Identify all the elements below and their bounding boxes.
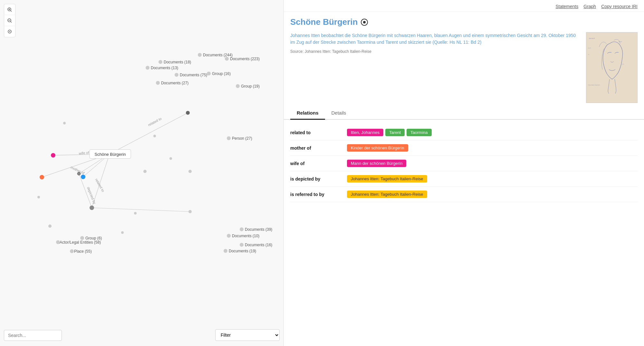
graph-controls <box>4 4 15 37</box>
svg-text:barach: barach <box>589 37 595 39</box>
node-label-docs10: Documents (10) <box>232 234 259 238</box>
graph-svg[interactable]: related to wife of mother of related to … <box>0 0 284 330</box>
fit-button[interactable] <box>4 26 15 37</box>
tag-itten-johannes[interactable]: Itten, Johannes <box>347 129 383 136</box>
node-extra4[interactable] <box>134 212 137 215</box>
svg-text:related to: related to <box>94 178 105 193</box>
node-label-docs13: Documents (13) <box>151 66 178 70</box>
relation-tags-wife-of: Mann der schönen Bürgerin <box>347 160 638 167</box>
entity-sketch-svg: barach flans lach. in. pla Centrale-Getr… <box>586 33 638 103</box>
relation-row-mother-of: mother of Kinder der schönen Bürgerin <box>290 140 638 156</box>
tag-taormina[interactable]: Taormina <box>407 129 431 136</box>
top-nav: Statements Graph Copy resource IRI <box>284 0 644 12</box>
node-group16[interactable] <box>207 72 211 76</box>
entity-image: barach flans lach. in. pla Centrale-Getr… <box>586 32 638 103</box>
node-docs16[interactable] <box>240 243 244 247</box>
node-gray1[interactable] <box>77 172 81 175</box>
node-label-docs27: Documents (27) <box>161 81 188 85</box>
node-label-docs223: Documents (223) <box>230 57 260 61</box>
tag-tarent[interactable]: Tarent <box>385 129 405 136</box>
node-connector[interactable] <box>186 111 190 115</box>
node-label-person27: Person (27) <box>232 136 252 141</box>
copy-iri-link[interactable]: Copy resource IRI <box>601 4 638 9</box>
node-label-docs75: Documents (75) <box>180 73 207 77</box>
target-icon <box>361 19 368 26</box>
relation-row-referred-to-by: is referred to by Johannes Itten: Tagebu… <box>290 187 638 202</box>
svg-text:in.: in. <box>588 53 590 55</box>
svg-rect-14 <box>586 33 638 103</box>
relation-label-wife-of: wife of <box>290 160 342 166</box>
relation-label-referred-to-by: is referred to by <box>290 191 342 197</box>
node-label-group16: Group (16) <box>212 71 231 76</box>
node-docs39[interactable] <box>240 228 244 231</box>
relation-label-depicted-by: is depicted by <box>290 175 342 182</box>
statements-link[interactable]: Statements <box>555 4 578 9</box>
node-group19[interactable] <box>236 84 240 88</box>
node-label-docs19: Documents (19) <box>229 249 256 253</box>
entity-description-text: Johannes Itten beobachtet die Schöne Bür… <box>290 32 581 46</box>
edge <box>110 113 188 154</box>
tag-tagebuch-depicted[interactable]: Johannes Itten: Tagebuch Italien-Reise <box>347 175 427 182</box>
node-pink1[interactable] <box>51 153 55 158</box>
node-docs10[interactable] <box>227 234 231 238</box>
tag-tagebuch-referred[interactable]: Johannes Itten: Tagebuch Italien-Reise <box>347 191 427 198</box>
edge <box>92 208 190 212</box>
relation-row-wife-of: wife of Mann der schönen Bürgerin <box>290 156 638 171</box>
node-docs244[interactable] <box>198 53 202 57</box>
node-label-docs39: Documents (39) <box>245 227 272 232</box>
node-extra1[interactable] <box>48 225 52 228</box>
filter-select[interactable]: Filter All Person Group Document <box>215 329 280 341</box>
node-docs19[interactable] <box>224 249 227 253</box>
zoom-out-button[interactable] <box>4 15 15 26</box>
relation-label-related-to: related to <box>290 129 342 135</box>
node-docs223[interactable] <box>225 57 229 61</box>
entity-source: Source: Johannes Itten: Tagebuch Italien… <box>290 49 371 54</box>
entity-content: Johannes Itten beobachtet die Schöne Bür… <box>284 30 644 107</box>
node-label-docs244: Documents (244) <box>203 53 233 57</box>
node-scattered2[interactable] <box>188 170 192 173</box>
tab-details[interactable]: Details <box>325 107 353 120</box>
graph-link[interactable]: Graph <box>583 4 596 9</box>
tag-mann[interactable]: Mann der schönen Bürgerin <box>347 160 406 167</box>
node-scattered1[interactable] <box>188 210 192 213</box>
search-bar <box>4 330 62 341</box>
node-docs13[interactable] <box>146 66 149 70</box>
edge-label-depicted-by: depicted by <box>86 186 97 205</box>
edge-label-related-to: related to <box>147 117 162 127</box>
tab-relations[interactable]: Relations <box>290 107 325 120</box>
relation-tags-depicted-by: Johannes Itten: Tagebuch Italien-Reise <box>347 175 638 182</box>
entity-description: Johannes Itten beobachtet die Schöne Bür… <box>290 32 581 103</box>
node-label-docs18: Documents (18) <box>164 60 191 64</box>
main-node-label: Schöne Bürgerin <box>95 152 126 157</box>
node-orange1[interactable] <box>40 175 44 180</box>
node-blue1[interactable] <box>81 175 85 179</box>
tabs: Relations Details <box>284 107 644 120</box>
node-label-group19: Group (19) <box>241 84 260 89</box>
node-docs75[interactable] <box>175 73 178 77</box>
node-label-group6: Group (6) <box>85 236 102 240</box>
svg-text:related to: related to <box>147 117 162 127</box>
node-place55[interactable] <box>70 249 74 253</box>
svg-text:Centrale-Getrich: Centrale-Getrich <box>588 84 600 86</box>
node-person27[interactable] <box>227 136 231 140</box>
node-docs27[interactable] <box>156 81 160 85</box>
node-extra2[interactable] <box>143 170 147 173</box>
search-input[interactable] <box>4 330 62 341</box>
node-extra3[interactable] <box>169 157 172 160</box>
edge-label-related-to2: related to <box>94 178 105 193</box>
zoom-in-button[interactable] <box>4 4 15 15</box>
node-extra7[interactable] <box>63 122 66 125</box>
node-group6[interactable] <box>80 236 84 240</box>
node-extra8[interactable] <box>153 135 156 137</box>
svg-text:depicted by: depicted by <box>86 186 97 205</box>
node-gray2[interactable] <box>90 206 94 210</box>
svg-text:lach.: lach. <box>588 47 591 49</box>
relation-label-mother-of: mother of <box>290 144 342 151</box>
node-extra5[interactable] <box>121 231 124 234</box>
node-extra6[interactable] <box>37 196 40 199</box>
tag-kinder[interactable]: Kinder der schönen Bürgerin <box>347 144 408 152</box>
filter-bar: Filter All Person Group Document <box>215 329 280 341</box>
node-actors[interactable] <box>56 240 60 244</box>
node-docs18[interactable] <box>159 60 162 64</box>
svg-point-8 <box>9 31 10 32</box>
